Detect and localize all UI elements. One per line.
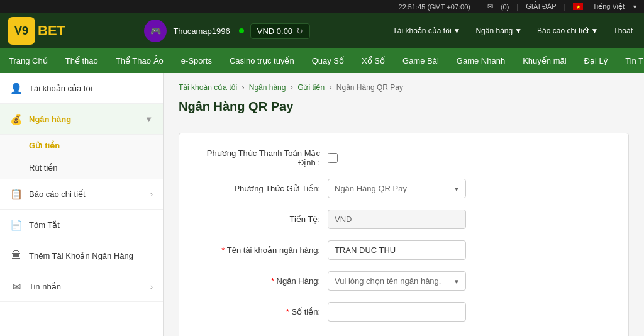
lang-chevron: ▼ bbox=[632, 4, 638, 10]
currency-input bbox=[328, 210, 466, 229]
form-row-bank: * Ngân Hàng: Vui lòng chọn tên ngân hàng… bbox=[194, 271, 613, 291]
breadcrumb-bank[interactable]: Ngân hàng bbox=[249, 83, 286, 92]
account-name-label: * Tên tài khoản ngân hàng: bbox=[194, 245, 320, 255]
refresh-icon[interactable]: ↻ bbox=[296, 26, 303, 36]
nav-casino[interactable]: Casino trực tuyến bbox=[221, 48, 303, 73]
flag-icon bbox=[573, 3, 583, 10]
send-method-label: Phương Thức Gửi Tiền: bbox=[194, 184, 320, 193]
online-indicator bbox=[239, 28, 244, 33]
form-row-account-name: * Tên tài khoản ngân hàng: bbox=[194, 240, 613, 260]
bank-submenu: Gửi tiền Rút tiền bbox=[0, 135, 163, 179]
logout-btn[interactable]: Thoát bbox=[609, 24, 636, 38]
chevron-icon-2: ▼ bbox=[514, 26, 522, 35]
balance-box: VND 0.00 ↻ bbox=[250, 23, 310, 39]
sidebar-item-messages[interactable]: ✉ Tin nhắn › bbox=[0, 271, 163, 302]
amount-label: * Số tiền: bbox=[194, 307, 320, 316]
message-icon: ✉ bbox=[487, 3, 493, 11]
form-card: Phương Thức Thanh Toán Mặc Định : Phương… bbox=[179, 133, 629, 336]
chevron-right-icon-2: › bbox=[150, 282, 153, 291]
sidebar-item-bank[interactable]: 💰 Ngân hàng ▼ bbox=[0, 104, 163, 135]
summary-icon: 📄 bbox=[10, 218, 23, 231]
nav-trang-chu[interactable]: Trang Chủ bbox=[0, 48, 57, 73]
page-title: Ngân Hàng QR Pay bbox=[179, 99, 629, 120]
send-method-select-wrapper: Ngân Hàng QR Pay bbox=[328, 179, 466, 198]
sidebar-item-add-bank[interactable]: 🏛 Thêm Tài Khoản Ngân Hàng bbox=[0, 240, 163, 271]
main-layout: 👤 Tài khoản của tôi 💰 Ngân hàng ▼ Gửi ti… bbox=[0, 73, 644, 336]
account-icon: 👤 bbox=[10, 82, 23, 94]
add-bank-icon: 🏛 bbox=[10, 249, 23, 262]
bank-label: * Ngân Hàng: bbox=[194, 276, 320, 286]
sidebar-item-report[interactable]: 📋 Báo cáo chi tiết › bbox=[0, 179, 163, 210]
chevron-icon: ▼ bbox=[453, 26, 461, 35]
logo-text: BET bbox=[38, 23, 65, 39]
logo: V9 BET bbox=[8, 17, 65, 45]
breadcrumb: Tài khoản của tôi › Ngân hàng › Gửi tiền… bbox=[179, 83, 629, 92]
sidebar-account-label: Tài khoản của tôi bbox=[29, 84, 92, 93]
bank-select-wrapper: Vui lòng chọn tên ngân hàng. bbox=[328, 271, 466, 291]
account-menu-btn[interactable]: Tài khoản của tôi ▼ bbox=[389, 24, 465, 38]
bank-select[interactable]: Vui lòng chọn tên ngân hàng. bbox=[328, 271, 466, 291]
message-count: (0) bbox=[501, 3, 509, 11]
chevron-down-icon: ▼ bbox=[145, 115, 153, 124]
username: Thucamap1996 bbox=[173, 26, 230, 36]
chevron-icon-3: ▼ bbox=[591, 26, 598, 35]
sidebar-send-money[interactable]: Gửi tiền bbox=[0, 135, 163, 157]
default-payment-checkbox[interactable] bbox=[328, 153, 338, 163]
nav-esports[interactable]: e-Sports bbox=[172, 48, 221, 73]
main-nav: Trang Chủ Thể thao Thể Thao Ảo e-Sports … bbox=[0, 48, 644, 73]
sidebar-add-bank-label: Thêm Tài Khoản Ngân Hàng bbox=[29, 251, 133, 260]
balance-value: VND 0.00 bbox=[257, 26, 292, 36]
chevron-right-icon: › bbox=[150, 189, 153, 199]
amount-input[interactable] bbox=[328, 302, 466, 322]
time-display: 22:51:45 (GMT +07:00) bbox=[399, 3, 470, 11]
form-row-send-method: Phương Thức Gửi Tiền: Ngân Hàng QR Pay bbox=[194, 179, 613, 198]
sidebar-message-label: Tin nhắn bbox=[29, 282, 61, 291]
sidebar-item-summary[interactable]: 📄 Tóm Tắt bbox=[0, 210, 163, 240]
nav-game-nhanh[interactable]: Game Nhanh bbox=[448, 48, 514, 73]
header-right: Tài khoản của tôi ▼ Ngân hàng ▼ Báo cáo … bbox=[389, 24, 637, 38]
report-icon: 📋 bbox=[10, 188, 23, 200]
send-method-select[interactable]: Ngân Hàng QR Pay bbox=[328, 179, 466, 198]
form-row-currency: Tiền Tệ: bbox=[194, 210, 613, 229]
sidebar-summary-label: Tóm Tắt bbox=[29, 220, 60, 230]
breadcrumb-current: Ngân Hàng QR Pay bbox=[336, 83, 403, 92]
logo-icon: V9 bbox=[8, 17, 35, 45]
header-center: 🎮 Thucamap1996 VND 0.00 ↻ bbox=[75, 20, 379, 42]
bank-icon: 💰 bbox=[10, 113, 23, 125]
bank-menu-btn[interactable]: Ngân hàng ▼ bbox=[472, 24, 526, 38]
message-box-icon: ✉ bbox=[10, 280, 23, 293]
nav-the-thao[interactable]: Thể thao bbox=[57, 48, 107, 73]
sidebar-report-label: Báo cáo chi tiết bbox=[29, 189, 86, 199]
form-row-amount: * Số tiền: bbox=[194, 302, 613, 322]
sidebar: 👤 Tài khoản của tôi 💰 Ngân hàng ▼ Gửi ti… bbox=[0, 73, 164, 336]
sidebar-withdraw[interactable]: Rút tiền bbox=[0, 157, 163, 179]
nav-khuyen-mai[interactable]: Khuyến mãi bbox=[514, 48, 575, 73]
nav-xo-so[interactable]: Xổ Số bbox=[353, 48, 394, 73]
help-link[interactable]: GIẢI ĐÁP bbox=[526, 3, 556, 11]
top-bar: 22:51:45 (GMT +07:00) | ✉ (0) | GIẢI ĐÁP… bbox=[0, 0, 644, 13]
nav-quay-so[interactable]: Quay Số bbox=[303, 48, 353, 73]
breadcrumb-deposit[interactable]: Gửi tiền bbox=[297, 83, 325, 92]
main-content: Tài khoản của tôi › Ngân hàng › Gửi tiền… bbox=[164, 73, 644, 336]
default-payment-label: Phương Thức Thanh Toán Mặc Định : bbox=[194, 148, 320, 167]
avatar: 🎮 bbox=[144, 20, 167, 42]
header: V9 BET 🎮 Thucamap1996 VND 0.00 ↻ Tài kho… bbox=[0, 13, 644, 48]
nav-the-thao-ao[interactable]: Thể Thao Ảo bbox=[107, 48, 172, 73]
lang-selector[interactable]: Tiếng Việt bbox=[592, 3, 625, 11]
report-menu-btn[interactable]: Báo cáo chi tiết ▼ bbox=[533, 24, 602, 38]
breadcrumb-home[interactable]: Tài khoản của tôi bbox=[179, 83, 237, 92]
currency-label: Tiền Tệ: bbox=[194, 215, 320, 224]
nav-dai-ly[interactable]: Đại Lý bbox=[575, 48, 617, 73]
account-name-input[interactable] bbox=[328, 240, 466, 260]
nav-tin-tuc[interactable]: Tin Tức Tổng Hợp bbox=[616, 48, 644, 73]
form-row-default-payment: Phương Thức Thanh Toán Mặc Định : bbox=[194, 148, 613, 167]
sidebar-item-account[interactable]: 👤 Tài khoản của tôi bbox=[0, 73, 163, 104]
sidebar-bank-label: Ngân hàng bbox=[29, 115, 71, 124]
nav-game-bai[interactable]: Game Bài bbox=[394, 48, 448, 73]
